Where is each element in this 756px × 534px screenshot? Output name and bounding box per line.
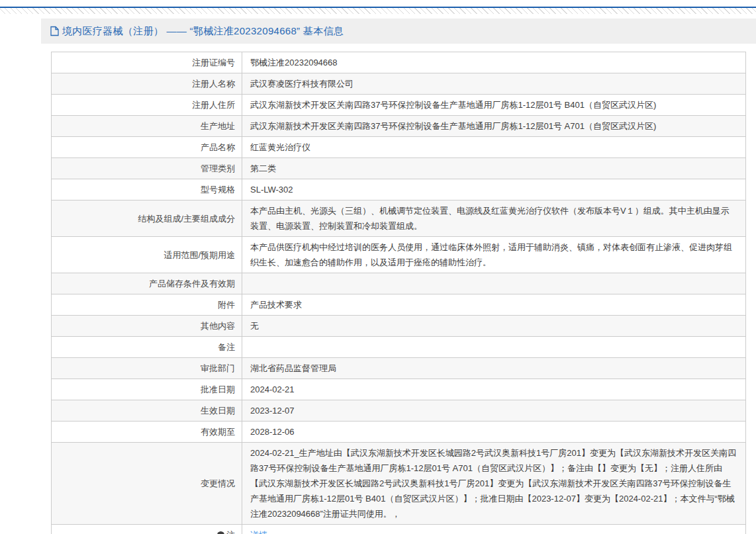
table-row: 附件产品技术要求 — [52, 294, 746, 316]
table-row: 备注 — [52, 337, 746, 358]
row-value: 本产品由主机、光源头（三组）、机械调节定位装置、电源线及红蓝黄光治疗仪软件（发布… — [242, 200, 746, 237]
row-label: 审批部门 — [52, 358, 242, 379]
basic-info-table-body: 注册证编号鄂械注准20232094668注册人名称武汉赛凌医疗科技有限公司注册人… — [52, 52, 746, 534]
row-value: 2024-02-21_生产地址由【武汉东湖新技术开发区长城园路2号武汉奥新科技1… — [242, 443, 746, 525]
row-value: 武汉赛凌医疗科技有限公司 — [242, 73, 746, 95]
row-value: 第二类 — [242, 158, 746, 179]
row-label: 生产地址 — [52, 116, 242, 137]
row-value: 鄂械注准20232094668 — [242, 52, 746, 73]
row-label: 适用范围/预期用途 — [52, 237, 242, 273]
row-label: 其他内容 — [52, 316, 242, 337]
row-value: SL-LW-302 — [242, 179, 746, 200]
row-value: 2028-12-06 — [242, 422, 746, 443]
table-row: 生产地址武汉东湖新技术开发区关南四路37号环保控制设备生产基地通用厂房栋1-12… — [52, 116, 746, 137]
table-row: 其他内容无 — [52, 316, 746, 337]
row-label: 批准日期 — [52, 379, 242, 400]
table-row: 结构及组成/主要组成成分本产品由主机、光源头（三组）、机械调节定位装置、电源线及… — [52, 200, 746, 237]
row-value: 详情 — [242, 525, 746, 534]
row-value: 武汉东湖新技术开发区关南四路37号环保控制设备生产基地通用厂房栋1-12层01号… — [242, 95, 746, 116]
document-icon — [50, 26, 60, 36]
table-row: 注册人住所武汉东湖新技术开发区关南四路37号环保控制设备生产基地通用厂房栋1-1… — [52, 95, 746, 116]
basic-info-panel: 境内医疗器械（注册） —— “鄂械注准20232094668” 基本信息 注册证… — [41, 19, 756, 534]
row-label: 生效日期 — [52, 400, 242, 422]
row-value — [242, 273, 746, 294]
panel-body: 注册证编号鄂械注准20232094668注册人名称武汉赛凌医疗科技有限公司注册人… — [41, 44, 756, 534]
basic-info-table: 注册证编号鄂械注准20232094668注册人名称武汉赛凌医疗科技有限公司注册人… — [51, 52, 746, 534]
table-row: 产品储存条件及有效期 — [52, 273, 746, 294]
table-row: 注册证编号鄂械注准20232094668 — [52, 52, 746, 73]
row-label: 注 — [52, 525, 242, 534]
row-value: 武汉东湖新技术开发区关南四路37号环保控制设备生产基地通用厂房栋1-12层01号… — [242, 116, 746, 137]
row-value: 湖北省药品监督管理局 — [242, 358, 746, 379]
row-label: 注册人住所 — [52, 95, 242, 116]
table-row: 产品名称红蓝黄光治疗仪 — [52, 137, 746, 158]
row-label: 注册人名称 — [52, 73, 242, 95]
note-balloon-icon — [217, 531, 224, 534]
table-row: 管理类别第二类 — [52, 158, 746, 179]
row-label: 变更情况 — [52, 443, 242, 525]
row-label: 附件 — [52, 294, 242, 316]
table-row: 适用范围/预期用途本产品供医疗机构中经过培训的医务人员使用，通过临床体外照射，适… — [52, 237, 746, 273]
gap — [0, 14, 756, 19]
row-label: 备注 — [52, 337, 242, 358]
row-value: 2023-12-07 — [242, 400, 746, 422]
row-label: 产品名称 — [52, 137, 242, 158]
row-value: 产品技术要求 — [242, 294, 746, 316]
row-value: 红蓝黄光治疗仪 — [242, 137, 746, 158]
row-value: 无 — [242, 316, 746, 337]
table-row: 型号规格SL-LW-302 — [52, 179, 746, 200]
row-label: 结构及组成/主要组成成分 — [52, 200, 242, 237]
table-row: 生效日期2023-12-07 — [52, 400, 746, 422]
table-row: 批准日期2024-02-21 — [52, 379, 746, 400]
row-value: 2024-02-21 — [242, 379, 746, 400]
table-row: 变更情况2024-02-21_生产地址由【武汉东湖新技术开发区长城园路2号武汉奥… — [52, 443, 746, 525]
page-title: 境内医疗器械（注册） —— “鄂械注准20232094668” 基本信息 — [62, 25, 344, 38]
table-row: 注册人名称武汉赛凌医疗科技有限公司 — [52, 73, 746, 95]
row-label: 产品储存条件及有效期 — [52, 273, 242, 294]
row-label: 型号规格 — [52, 179, 242, 200]
row-label: 管理类别 — [52, 158, 242, 179]
table-row: 审批部门湖北省药品监督管理局 — [52, 358, 746, 379]
top-spacer — [0, 0, 756, 7]
table-row: 有效期至2028-12-06 — [52, 422, 746, 443]
row-label: 有效期至 — [52, 422, 242, 443]
row-value: 本产品供医疗机构中经过培训的医务人员使用，通过临床体外照射，适用于辅助消炎、镇痛… — [242, 237, 746, 273]
panel-header: 境内医疗器械（注册） —— “鄂械注准20232094668” 基本信息 — [41, 19, 756, 44]
hatched-stripe-band — [0, 8, 756, 14]
row-label: 注册证编号 — [52, 52, 242, 73]
detail-link[interactable]: 详情 — [250, 530, 267, 534]
row-value — [242, 337, 746, 358]
table-row: 注详情 — [52, 525, 746, 534]
